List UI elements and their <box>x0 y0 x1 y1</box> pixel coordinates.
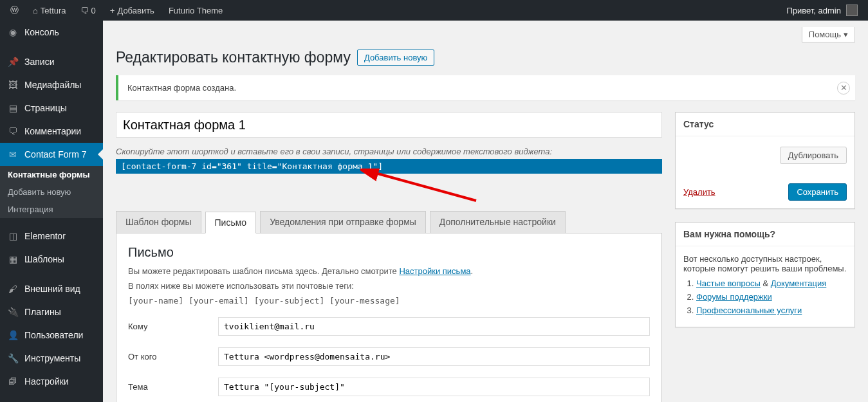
plus-icon: + <box>110 6 115 15</box>
mail-settings-link[interactable]: Настройки письма <box>399 266 470 276</box>
comments-count: 0 <box>91 6 96 15</box>
tools-icon: 🔧 <box>6 352 19 365</box>
sidebar-item-pages[interactable]: ▤Страницы <box>0 96 103 120</box>
duplicate-button[interactable]: Дублировать <box>780 147 847 164</box>
sidebar-item-settings[interactable]: 🗊Настройки <box>0 370 103 393</box>
delete-link[interactable]: Удалить <box>683 187 716 197</box>
home-icon: ⌂ <box>33 6 38 15</box>
sidebar-item-media[interactable]: 🖾Медиафайлы <box>0 73 103 96</box>
help-box-title: Вам нужна помощь? <box>676 223 854 246</box>
mail-icon: ✉ <box>6 148 19 161</box>
page-title: Редактировать контактную форму <box>116 49 351 66</box>
mail-panel: Письмо Вы можете редактировать шаблон пи… <box>116 233 662 402</box>
sidebar-item-comments[interactable]: 🗨Комментарии <box>0 120 103 143</box>
sidebar-item-templates[interactable]: ▦Шаблоны <box>0 248 103 271</box>
add-new-label: Добавить <box>117 6 154 15</box>
sidebar-item-label: Настройки <box>24 376 69 387</box>
help-box: Вам нужна помощь? Вот несколько доступны… <box>675 222 855 327</box>
site-name-label: Tettura <box>41 6 66 15</box>
to-input[interactable] <box>218 317 650 336</box>
pro-link[interactable]: Профессиональные услуги <box>696 306 802 315</box>
shortcode-description: Скопируйте этот шорткод и вставьте его в… <box>116 147 662 156</box>
help-link-item: Частые вопросы & Документация <box>696 279 847 288</box>
page-icon: ▤ <box>6 102 19 114</box>
sidebar-item-tools[interactable]: 🔧Инструменты <box>0 347 103 370</box>
sidebar-item-label: Elementor <box>24 231 66 241</box>
settings-icon: 🗊 <box>6 375 19 388</box>
wp-logo[interactable]: ⓦ <box>5 0 24 21</box>
close-icon: ✕ <box>840 83 847 93</box>
faq-link[interactable]: Частые вопросы <box>696 279 761 288</box>
templates-icon: ▦ <box>6 253 19 266</box>
wordpress-icon: ⓦ <box>10 5 19 16</box>
tab-mail[interactable]: Письмо <box>205 212 257 233</box>
docs-link[interactable]: Документация <box>771 279 827 288</box>
theme-link-label: Futurio Theme <box>169 6 223 15</box>
from-label: От кого <box>128 352 205 361</box>
avatar[interactable] <box>846 5 858 16</box>
tab-messages[interactable]: Уведомления при отправке формы <box>260 211 426 233</box>
mail-panel-help: Вы можете редактировать шаблон письма зд… <box>128 266 650 276</box>
admin-sidebar: ◉Консоль 📌Записи 🖾Медиафайлы ▤Страницы 🗨… <box>0 21 103 402</box>
status-box-title: Статус <box>676 113 854 136</box>
submenu-contact-forms[interactable]: Контактные формы <box>0 166 103 183</box>
help-tab-label: Помощь <box>809 30 841 39</box>
help-tab[interactable]: Помощь▾ <box>802 27 855 42</box>
subject-input[interactable] <box>218 378 650 396</box>
add-new-button[interactable]: Добавить новую <box>357 50 434 66</box>
sidebar-item-label: Внешний вид <box>24 284 80 294</box>
chevron-down-icon: ▾ <box>844 30 848 39</box>
help-box-text: Вот несколько доступных настроек, которы… <box>683 254 847 273</box>
help-link-item: Профессиональные услуги <box>696 306 847 315</box>
sidebar-item-users[interactable]: 👤Пользователи <box>0 324 103 347</box>
submenu-integration[interactable]: Интеграция <box>0 201 103 218</box>
sidebar-item-label: Плагины <box>24 307 61 317</box>
sidebar-item-label: Инструменты <box>24 353 80 363</box>
sidebar-item-plugins[interactable]: 🔌Плагины <box>0 300 103 324</box>
form-tabs: Шаблон формы Письмо Уведомления при отпр… <box>116 211 662 233</box>
help-link-item: Форумы поддержки <box>696 292 847 302</box>
mail-panel-heading: Письмо <box>128 245 650 260</box>
comment-icon: 🗨 <box>80 6 89 15</box>
admin-topbar: ⓦ ⌂Tettura 🗨0 +Добавить Futurio Theme Пр… <box>0 0 868 21</box>
sidebar-item-contact-form-7[interactable]: ✉Contact Form 7 <box>0 143 103 166</box>
save-button[interactable]: Сохранить <box>788 183 847 201</box>
sidebar-item-label: Консоль <box>24 27 59 37</box>
annotation-arrow <box>116 175 662 201</box>
sidebar-item-console[interactable]: ◉Консоль <box>0 21 103 44</box>
notice-text: Контактная форма создана. <box>127 83 236 93</box>
svg-line-0 <box>373 172 476 201</box>
sidebar-item-elementor[interactable]: ◫Elementor <box>0 224 103 248</box>
media-icon: 🖾 <box>6 78 19 91</box>
comments-link[interactable]: 🗨0 <box>75 0 101 21</box>
dashboard-icon: ◉ <box>6 26 19 39</box>
tab-form-template[interactable]: Шаблон формы <box>116 211 201 233</box>
forum-link[interactable]: Форумы поддержки <box>696 292 772 302</box>
dismiss-notice-button[interactable]: ✕ <box>837 82 850 95</box>
sidebar-item-label: Комментарии <box>24 126 81 136</box>
form-title-input[interactable] <box>116 112 662 138</box>
submenu-add-new[interactable]: Добавить новую <box>0 183 103 201</box>
success-notice: Контактная форма создана. ✕ <box>116 75 855 100</box>
theme-link[interactable]: Futurio Theme <box>163 0 228 21</box>
from-input[interactable] <box>218 347 650 366</box>
to-label: Кому <box>128 322 205 331</box>
sidebar-submenu: Контактные формы Добавить новую Интеграц… <box>0 166 103 218</box>
tab-additional-settings[interactable]: Дополнительные настройки <box>430 211 566 233</box>
elementor-icon: ◫ <box>6 230 19 242</box>
add-new-link[interactable]: +Добавить <box>105 0 160 21</box>
sidebar-item-label: Страницы <box>24 103 67 113</box>
sidebar-item-posts[interactable]: 📌Записи <box>0 50 103 73</box>
site-link[interactable]: ⌂Tettura <box>28 0 71 21</box>
sidebar-item-label: Contact Form 7 <box>24 149 86 160</box>
plugin-icon: 🔌 <box>6 306 19 318</box>
sidebar-item-label: Шаблоны <box>24 254 64 264</box>
brush-icon: 🖌 <box>6 282 19 295</box>
sidebar-item-appearance[interactable]: 🖌Внешний вид <box>0 277 103 300</box>
comment-icon: 🗨 <box>6 125 19 138</box>
sidebar-item-label: Записи <box>24 57 54 67</box>
subject-label: Тема <box>128 382 205 392</box>
status-box: Статус Дублировать Удалить Сохранить <box>675 112 855 209</box>
main-content: Помощь▾ Редактировать контактную форму Д… <box>103 21 868 402</box>
pin-icon: 📌 <box>6 55 19 68</box>
